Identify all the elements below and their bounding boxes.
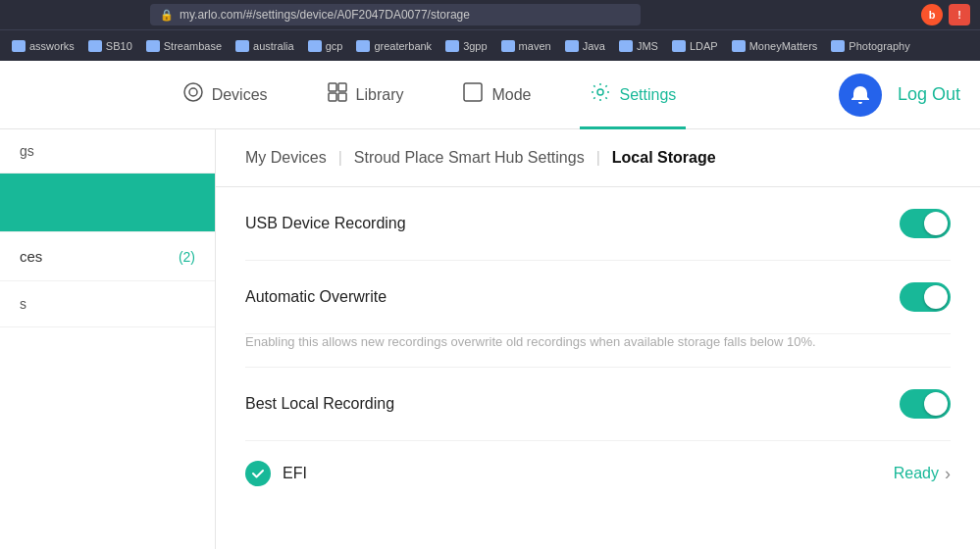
sidebar-item-ces[interactable]: ces (2) <box>0 232 215 281</box>
toggle-track <box>900 389 951 419</box>
svg-rect-4 <box>329 93 336 101</box>
breadcrumb: My Devices | Stroud Place Smart Hub Sett… <box>216 129 980 187</box>
bookmark-label: LDAP <box>690 40 718 52</box>
settings-list: USB Device Recording Automatic Overwrite <box>216 187 980 506</box>
bookmark-java[interactable]: Java <box>559 38 611 54</box>
automatic-overwrite-description: Enabling this allows new recordings over… <box>245 334 951 368</box>
bookmark-label: australia <box>253 40 294 52</box>
automatic-overwrite-toggle[interactable] <box>900 282 951 312</box>
url-text: my.arlo.com/#/settings/device/A0F2047DA0… <box>180 8 470 22</box>
bookmark-ldap[interactable]: LDAP <box>666 38 724 54</box>
nav-mode-label: Mode <box>491 86 531 104</box>
nav-item-settings[interactable]: Settings <box>580 61 686 129</box>
chevron-right-icon: › <box>945 464 951 484</box>
folder-icon <box>308 40 322 52</box>
toggle-track <box>900 282 951 312</box>
efi-status-text: Ready <box>894 465 939 482</box>
bookmark-label: maven <box>519 40 551 52</box>
folder-icon <box>565 40 579 52</box>
nav-item-mode[interactable]: Mode <box>452 61 541 129</box>
svg-rect-3 <box>338 83 346 91</box>
toggle-thumb <box>924 212 948 235</box>
bookmark-3gpp[interactable]: 3gpp <box>439 38 492 54</box>
folder-icon <box>831 40 845 52</box>
bookmark-photography[interactable]: Photography <box>825 38 915 54</box>
folder-icon <box>12 40 26 52</box>
bookmarks-bar: assworks SB10 Streambase australia gcp g… <box>0 29 980 61</box>
svg-rect-6 <box>464 83 482 101</box>
nav-devices-label: Devices <box>212 86 268 104</box>
breadcrumb-my-devices[interactable]: My Devices <box>245 149 327 167</box>
brave-icon: b <box>921 4 943 25</box>
folder-icon <box>88 40 102 52</box>
automatic-overwrite-label: Automatic Overwrite <box>245 288 387 306</box>
bookmark-label: Streambase <box>164 40 222 52</box>
folder-icon <box>619 40 633 52</box>
toggle-track <box>900 209 951 238</box>
nav-settings-label: Settings <box>619 86 676 104</box>
sidebar-item-gs[interactable]: gs <box>0 129 215 174</box>
logout-button[interactable]: Log Out <box>898 84 960 105</box>
toggle-thumb <box>924 392 948 416</box>
usb-device-recording-row: USB Device Recording <box>245 187 951 261</box>
sidebar-item-active[interactable] <box>0 174 215 232</box>
sidebar-item-s[interactable]: s <box>20 296 26 312</box>
usb-device-recording-toggle[interactable] <box>900 209 951 238</box>
breadcrumb-local-storage[interactable]: Local Storage <box>612 149 716 167</box>
best-local-recording-row: Best Local Recording <box>245 368 951 441</box>
folder-icon <box>501 40 515 52</box>
bookmark-maven[interactable]: maven <box>495 38 557 54</box>
mode-nav-icon <box>462 81 484 108</box>
efi-row[interactable]: EFI Ready › <box>245 441 951 506</box>
efi-ready-button[interactable]: Ready › <box>894 464 951 484</box>
best-local-recording-toggle[interactable] <box>900 389 951 419</box>
toggle-thumb <box>924 285 948 309</box>
devices-nav-icon <box>182 81 204 108</box>
browser-actions: b ! <box>921 4 970 25</box>
folder-icon <box>732 40 746 52</box>
efi-label: EFI <box>283 465 307 482</box>
sidebar-item-label: gs <box>20 143 34 159</box>
nav-item-devices[interactable]: Devices <box>173 61 278 129</box>
app-container: Devices Library <box>0 61 980 549</box>
bookmark-jms[interactable]: JMS <box>613 38 664 54</box>
svg-point-1 <box>189 88 197 96</box>
nav-library-label: Library <box>356 86 404 104</box>
bookmark-greaterbank[interactable]: greaterbank <box>350 38 438 54</box>
breadcrumb-separator-2: | <box>596 149 600 167</box>
svg-point-0 <box>184 83 202 101</box>
browser-chrome: 🔒 my.arlo.com/#/settings/device/A0F2047D… <box>0 0 980 29</box>
bookmark-sb10[interactable]: SB10 <box>82 38 138 54</box>
content-area: My Devices | Stroud Place Smart Hub Sett… <box>216 129 980 549</box>
bookmark-label: 3gpp <box>463 40 487 52</box>
sidebar-item-ces-label: ces <box>20 248 42 265</box>
folder-icon <box>235 40 249 52</box>
notification-bell-button[interactable] <box>839 74 882 117</box>
folder-icon <box>356 40 370 52</box>
bookmark-australia[interactable]: australia <box>230 38 300 54</box>
efi-left: EFI <box>245 461 307 486</box>
settings-nav-icon <box>590 81 611 108</box>
bookmark-moneymatters[interactable]: MoneyMatters <box>726 38 824 54</box>
svg-point-7 <box>597 89 603 95</box>
breadcrumb-hub-settings[interactable]: Stroud Place Smart Hub Settings <box>354 149 585 167</box>
efi-check-icon <box>245 461 271 486</box>
bookmark-label: greaterbank <box>374 40 432 52</box>
folder-icon <box>445 40 459 52</box>
main-content: gs ces (2) s My Devices | Stroud Place S… <box>0 129 980 549</box>
bookmark-label: gcp <box>326 40 343 52</box>
top-nav: Devices Library <box>0 61 980 129</box>
nav-item-library[interactable]: Library <box>317 61 414 129</box>
best-local-recording-label: Best Local Recording <box>245 395 394 413</box>
bookmark-label: Photography <box>849 40 909 52</box>
bookmark-label: Java <box>583 40 605 52</box>
folder-icon <box>146 40 160 52</box>
usb-device-recording-label: USB Device Recording <box>245 215 406 232</box>
address-bar[interactable]: 🔒 my.arlo.com/#/settings/device/A0F2047D… <box>150 4 641 25</box>
bookmark-gcp[interactable]: gcp <box>302 38 349 54</box>
bookmark-assworks[interactable]: assworks <box>6 38 80 54</box>
bookmark-streambase[interactable]: Streambase <box>140 38 228 54</box>
svg-rect-5 <box>338 93 346 101</box>
bookmark-label: MoneyMatters <box>749 40 818 52</box>
nav-right: Log Out <box>839 74 960 117</box>
